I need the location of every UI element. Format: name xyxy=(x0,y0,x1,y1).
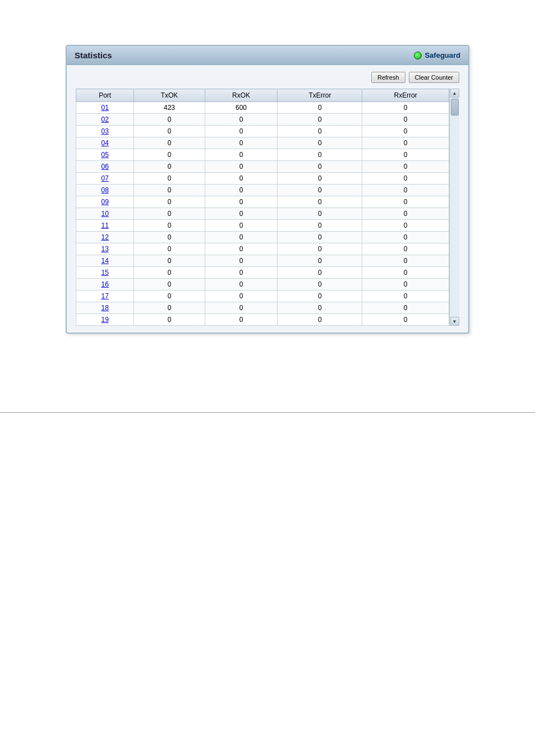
txok-cell: 0 xyxy=(134,291,205,302)
table-wrapper: Port TxOK RxOK TxError RxError 014236000… xyxy=(76,89,459,326)
rxerror-cell: 0 xyxy=(362,255,449,267)
port-link[interactable]: 07 xyxy=(101,174,108,182)
table-row: 020000 xyxy=(76,114,449,126)
port-link[interactable]: 17 xyxy=(101,292,108,300)
table-row: 150000 xyxy=(76,267,449,279)
txerror-cell: 0 xyxy=(278,232,362,243)
rxerror-cell: 0 xyxy=(362,291,449,302)
col-header-port: Port xyxy=(76,89,134,102)
statistics-panel: Statistics Safeguard Refresh Clear Count… xyxy=(66,45,469,334)
rxok-cell: 0 xyxy=(205,267,278,279)
table-row: 130000 xyxy=(76,243,449,255)
port-cell: 09 xyxy=(76,196,134,208)
txerror-cell: 0 xyxy=(278,302,362,314)
scrollbar[interactable]: ▲ ▼ xyxy=(449,89,459,326)
scroll-thumb[interactable] xyxy=(451,99,459,116)
port-link[interactable]: 14 xyxy=(101,257,108,265)
port-link[interactable]: 18 xyxy=(101,304,108,312)
txerror-cell: 0 xyxy=(278,291,362,302)
port-link[interactable]: 19 xyxy=(101,316,108,324)
refresh-button[interactable]: Refresh xyxy=(371,72,405,83)
scroll-up-button[interactable]: ▲ xyxy=(450,89,459,98)
txerror-cell: 0 xyxy=(278,114,362,126)
table-row: 090000 xyxy=(76,196,449,208)
txerror-cell: 0 xyxy=(278,173,362,185)
panel-title: Statistics xyxy=(75,50,112,60)
scroll-down-button[interactable]: ▼ xyxy=(450,317,459,326)
port-link[interactable]: 05 xyxy=(101,151,108,159)
port-link[interactable]: 02 xyxy=(101,116,108,123)
table-row: 110000 xyxy=(76,220,449,232)
txok-cell: 0 xyxy=(134,220,205,232)
port-link[interactable]: 12 xyxy=(101,233,108,241)
txok-cell: 0 xyxy=(134,232,205,243)
port-link[interactable]: 01 xyxy=(101,104,108,112)
port-cell: 06 xyxy=(76,161,134,173)
rxok-cell: 0 xyxy=(205,232,278,243)
rxerror-cell: 0 xyxy=(362,279,449,291)
table-row: 140000 xyxy=(76,255,449,267)
rxerror-cell: 0 xyxy=(362,149,449,161)
clear-counter-button[interactable]: Clear Counter xyxy=(409,72,459,83)
port-cell: 15 xyxy=(76,267,134,279)
txok-cell: 0 xyxy=(134,208,205,220)
port-cell: 12 xyxy=(76,232,134,243)
table-header: Port TxOK RxOK TxError RxError xyxy=(76,89,449,102)
port-link[interactable]: 11 xyxy=(101,222,108,229)
table-row: 170000 xyxy=(76,291,449,302)
port-link[interactable]: 16 xyxy=(101,280,108,288)
rxok-cell: 0 xyxy=(205,173,278,185)
rxerror-cell: 0 xyxy=(362,126,449,137)
port-link[interactable]: 03 xyxy=(101,127,108,135)
rxok-cell: 0 xyxy=(205,126,278,137)
statistics-table: Port TxOK RxOK TxError RxError 014236000… xyxy=(76,89,449,326)
txok-cell: 0 xyxy=(134,114,205,126)
table-row: 160000 xyxy=(76,279,449,291)
table-row: 030000 xyxy=(76,126,449,137)
port-cell: 10 xyxy=(76,208,134,220)
toolbar: Refresh Clear Counter xyxy=(76,72,459,83)
txok-cell: 0 xyxy=(134,173,205,185)
rxok-cell: 0 xyxy=(205,302,278,314)
rxok-cell: 0 xyxy=(205,196,278,208)
txok-cell: 423 xyxy=(134,102,205,114)
txok-cell: 0 xyxy=(134,279,205,291)
rxerror-cell: 0 xyxy=(362,114,449,126)
rxerror-cell: 0 xyxy=(362,102,449,114)
safeguard-dot-icon xyxy=(414,52,422,59)
txok-cell: 0 xyxy=(134,149,205,161)
table-row: 100000 xyxy=(76,208,449,220)
col-header-rxerror: RxError xyxy=(362,89,449,102)
port-cell: 18 xyxy=(76,302,134,314)
port-link[interactable]: 13 xyxy=(101,245,108,253)
rxok-cell: 0 xyxy=(205,314,278,326)
port-cell: 14 xyxy=(76,255,134,267)
port-cell: 08 xyxy=(76,185,134,196)
port-cell: 03 xyxy=(76,126,134,137)
table-row: 070000 xyxy=(76,173,449,185)
rxerror-cell: 0 xyxy=(362,208,449,220)
txok-cell: 0 xyxy=(134,196,205,208)
port-link[interactable]: 08 xyxy=(101,186,108,194)
rxok-cell: 0 xyxy=(205,161,278,173)
rxok-cell: 0 xyxy=(205,208,278,220)
port-link[interactable]: 09 xyxy=(101,198,108,206)
rxok-cell: 0 xyxy=(205,114,278,126)
txerror-cell: 0 xyxy=(278,102,362,114)
port-cell: 04 xyxy=(76,137,134,149)
port-link[interactable]: 15 xyxy=(101,269,108,276)
port-link[interactable]: 04 xyxy=(101,139,108,147)
txerror-cell: 0 xyxy=(278,220,362,232)
page-wrapper: Statistics Safeguard Refresh Clear Count… xyxy=(0,0,535,379)
port-link[interactable]: 10 xyxy=(101,210,108,218)
rxerror-cell: 0 xyxy=(362,243,449,255)
rxok-cell: 600 xyxy=(205,102,278,114)
panel-header: Statistics Safeguard xyxy=(67,46,468,65)
table-row: 060000 xyxy=(76,161,449,173)
rxok-cell: 0 xyxy=(205,137,278,149)
txerror-cell: 0 xyxy=(278,149,362,161)
port-link[interactable]: 06 xyxy=(101,163,108,170)
rxerror-cell: 0 xyxy=(362,185,449,196)
port-cell: 13 xyxy=(76,243,134,255)
port-cell: 05 xyxy=(76,149,134,161)
